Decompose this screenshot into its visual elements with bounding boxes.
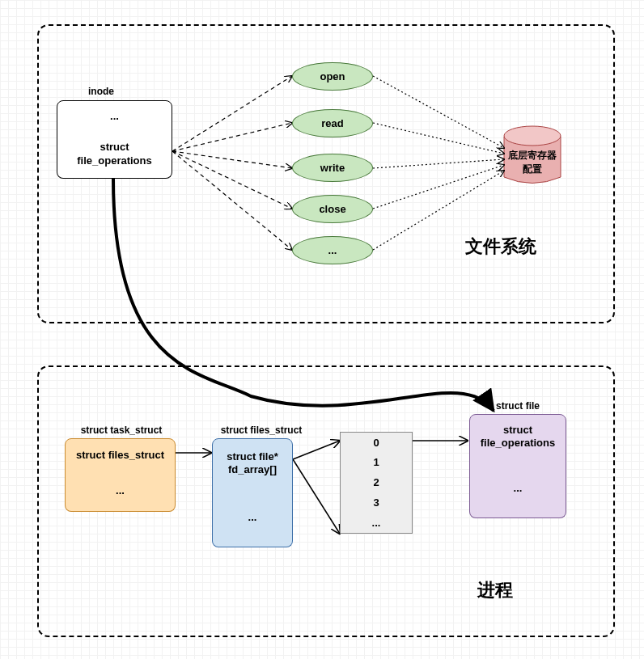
svg-line-2 [172,123,292,151]
files-struct-title: struct files_struct [213,425,310,436]
files-struct-row2: ... [212,488,293,547]
fd-2: 2 [340,472,413,493]
struct-file-row1: struct file_operations [469,414,566,459]
fd-0: 0 [340,432,413,453]
op-close: close [292,195,373,223]
svg-line-8 [373,159,504,168]
svg-line-7 [373,123,504,154]
task-struct-row2: ... [65,470,176,512]
files-struct-row1: struct file* fd_array[] [212,438,293,488]
svg-line-12 [293,441,340,459]
connectors-svg [0,0,644,659]
svg-line-13 [293,459,340,534]
fd-more: ... [340,513,413,534]
inode-row-dots: ... [57,100,172,131]
process-title: 进程 [477,578,513,602]
svg-line-9 [373,165,504,209]
svg-line-1 [172,76,292,151]
register-label: 底层寄存器配置 [504,149,561,176]
op-more: ... [292,236,373,264]
op-open: open [292,62,373,91]
op-read: read [292,109,373,137]
inode-row-fileops: struct file_operations [57,130,172,179]
task-struct-row1: struct files_struct [65,438,176,471]
filesystem-title: 文件系统 [465,234,536,259]
task-struct-title: struct task_struct [69,425,174,436]
svg-point-0 [504,126,561,146]
struct-file-title: struct file [485,400,550,412]
inode-title: inode [77,86,125,97]
op-write: write [292,154,373,182]
fd-1: 1 [340,452,413,473]
svg-line-6 [373,76,504,148]
diagram-canvas: inode ... struct file_operations open re… [0,0,644,659]
fd-3: 3 [340,492,413,513]
struct-file-row2: ... [469,458,566,518]
